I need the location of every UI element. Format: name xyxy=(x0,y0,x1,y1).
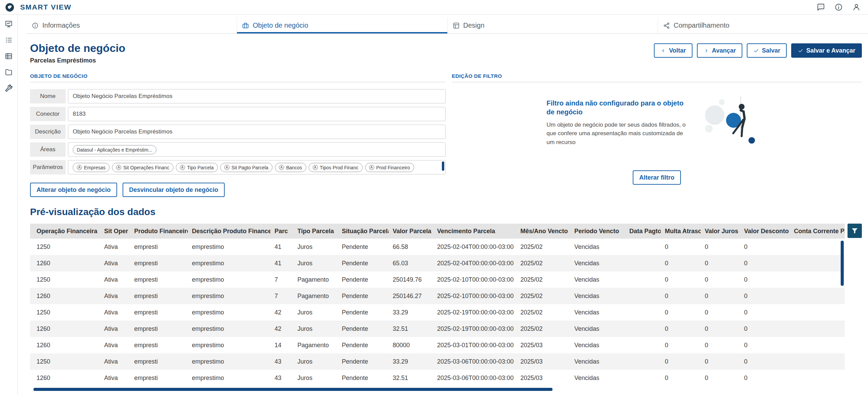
table-cell: 0 xyxy=(740,370,790,386)
forward-button[interactable]: Avançar xyxy=(697,43,742,58)
unlink-business-object-button[interactable]: Desvincular objeto de negócio xyxy=(123,183,225,197)
chip[interactable]: AProd Financeiro xyxy=(365,163,414,172)
chip[interactable]: ATipo Parcela xyxy=(176,163,218,172)
tab-compartilhamento[interactable]: Compartilhamento xyxy=(658,17,868,33)
table-cell: empresti xyxy=(130,255,188,271)
empty-filter-illustration xyxy=(702,94,767,151)
table-cell xyxy=(790,353,845,370)
chip[interactable]: ASit Pagto Parcela xyxy=(220,163,272,172)
totvs-logo-icon xyxy=(5,3,14,12)
table-cell: empresti xyxy=(130,370,188,386)
sidebar-item-folders[interactable] xyxy=(3,67,15,77)
main-area: InformaçõesObjeto de negócioDesignCompar… xyxy=(18,15,868,395)
table-cell xyxy=(790,370,845,386)
user-icon[interactable] xyxy=(852,3,860,11)
table-cell: Juros xyxy=(293,255,338,271)
field-areas: ÁreasDatasul - Aplicações e Empréstim... xyxy=(30,142,446,157)
table-cell xyxy=(625,239,661,255)
table-cell: 0 xyxy=(740,288,790,304)
table-cell: empresti xyxy=(130,353,188,370)
chip[interactable]: Datasul - Aplicações e Empréstim... xyxy=(73,145,156,154)
table-cell: Ativa xyxy=(100,337,130,353)
column-header: Período Vencto xyxy=(570,224,625,239)
table-cell: Ativa xyxy=(100,271,130,288)
sidebar-item-reports[interactable] xyxy=(3,19,15,29)
page-header: Objeto de negócio Parcelas Empréstimos V… xyxy=(30,42,862,64)
change-filter-button[interactable]: Alterar filtro xyxy=(633,170,681,185)
table-cell: Vencidas xyxy=(570,353,625,370)
table-cell xyxy=(790,337,845,353)
business-object-section-title: OBJETO DE NEGÓCIO xyxy=(30,73,446,82)
table-cell: empresti xyxy=(130,271,188,288)
chip[interactable]: AEmpresas xyxy=(73,163,110,172)
column-header: Vencimento Parcela xyxy=(433,224,516,239)
funnel-icon xyxy=(851,227,858,235)
table-cell: 2025/02 xyxy=(516,255,570,271)
table-filter-button[interactable] xyxy=(848,224,862,238)
change-business-object-button[interactable]: Alterar objeto de negócio xyxy=(30,183,117,197)
table-cell: Vencidas xyxy=(570,337,625,353)
areas-input[interactable]: Datasul - Aplicações e Empréstim... xyxy=(68,142,446,157)
save-and-forward-button[interactable]: Salvar e Avançar xyxy=(791,43,862,58)
descricao-input[interactable]: Objeto Negócio Parcelas Empréstimos xyxy=(68,125,446,139)
table-cell: 2025/02 xyxy=(516,304,570,321)
table-cell: 2025-02-19T00:00:00-03:00 xyxy=(433,321,516,337)
table-cell: 250149.76 xyxy=(389,271,433,288)
sidebar-item-sheets[interactable] xyxy=(3,51,15,61)
table-cell xyxy=(625,255,661,271)
table-cell: 0 xyxy=(740,239,790,255)
chip[interactable]: ATipos Prod Financ xyxy=(309,163,363,172)
chip[interactable]: ABancos xyxy=(275,163,306,172)
table-cell: Pendente xyxy=(338,370,389,386)
table-cell: 2025/02 xyxy=(516,239,570,255)
chip-label: Datasul - Aplicações e Empréstim... xyxy=(77,147,152,153)
save-button[interactable]: Salvar xyxy=(747,43,787,58)
table-cell: 2025-02-04T00:00:00-03:00 xyxy=(433,239,516,255)
nome-input[interactable]: Objeto Negócio Parcelas Empréstimos xyxy=(68,89,446,103)
preview-table: Operação FinanceiraSit OperProduto Finan… xyxy=(30,224,845,386)
table-cell: 2025/03 xyxy=(516,370,570,386)
chip[interactable]: ASit Operações Financ xyxy=(112,163,173,172)
conector-input[interactable]: 8183 xyxy=(68,107,446,121)
table-cell: emprestimo xyxy=(188,271,270,288)
info-icon[interactable] xyxy=(835,3,843,11)
table-cell: 2025/02 xyxy=(516,321,570,337)
table-horizontal-scrollbar[interactable] xyxy=(33,388,552,391)
content: Objeto de negócio Parcelas Empréstimos V… xyxy=(18,34,868,395)
table-row: 1250Ativaemprestiemprestimo43JurosPenden… xyxy=(30,353,845,370)
string-type-icon: A xyxy=(369,165,374,170)
check-icon xyxy=(753,48,759,54)
table-cell: Ativa xyxy=(100,288,130,304)
table-vertical-scrollbar[interactable] xyxy=(841,241,844,286)
tab-informacoes[interactable]: Informações xyxy=(27,17,237,33)
sidebar-item-tools[interactable] xyxy=(3,83,15,93)
table-cell: Pagamento xyxy=(293,288,338,304)
params-scrollbar[interactable] xyxy=(442,161,444,171)
sidebar-item-resources[interactable] xyxy=(3,35,15,45)
table-cell: Pendente xyxy=(338,255,389,271)
table-cell: 41 xyxy=(270,255,293,271)
tab-objeto-de-negocio[interactable]: Objeto de negócio xyxy=(237,17,447,33)
table-cell xyxy=(625,321,661,337)
parametros-input[interactable]: AEmpresasASit Operações FinancATipo Parc… xyxy=(68,160,446,174)
preview-body: 1250Ativaemprestiemprestimo41JurosPenden… xyxy=(30,239,845,386)
feedback-icon[interactable] xyxy=(817,3,825,11)
table-row: 1260Ativaemprestiemprestimo43JurosPenden… xyxy=(30,370,845,386)
back-button[interactable]: Voltar xyxy=(654,43,692,58)
table-cell: Juros xyxy=(293,239,338,255)
table-cell: 0 xyxy=(740,353,790,370)
page-actions: Voltar Avançar Salvar Salvar e Avan xyxy=(654,42,862,64)
share-icon xyxy=(663,22,670,29)
table-cell xyxy=(625,353,661,370)
table-row: 1250Ativaemprestiemprestimo42JurosPenden… xyxy=(30,304,845,321)
field-value: 8183 xyxy=(73,111,86,117)
column-header: Descrição Produto Financeiro xyxy=(188,224,270,239)
table-cell: 33.29 xyxy=(389,304,433,321)
filter-editor-section-title: EDIÇÃO DE FILTRO xyxy=(452,73,862,82)
briefcase-icon xyxy=(242,22,249,29)
table-cell: empresti xyxy=(130,304,188,321)
table-cell: Pagamento xyxy=(293,271,338,288)
tab-design[interactable]: Design xyxy=(447,17,658,33)
table-cell: 80000 xyxy=(389,337,433,353)
table-cell: emprestimo xyxy=(188,370,270,386)
